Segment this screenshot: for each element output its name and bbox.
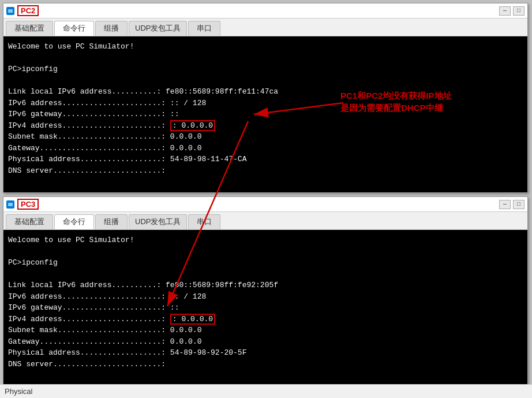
- pc2-line-2: [8, 53, 523, 64]
- physical-tab-label[interactable]: Physical: [5, 387, 32, 396]
- pc3-title-left: PC3: [6, 199, 39, 210]
- annotation-line2: 是因为需要配置DHCP中继: [340, 102, 452, 114]
- pc2-titlebar: PC2 — □: [3, 3, 527, 18]
- pc2-line-10: Gateway...........................: 0.0.…: [8, 143, 523, 154]
- pc2-icon: [6, 7, 14, 15]
- pc3-line-3: PC>ipconfig: [8, 257, 523, 269]
- pc3-line-6: IPv6 address......................: :: /…: [8, 291, 523, 303]
- pc3-line-7: IPv6 gateway......................: ::: [8, 302, 523, 314]
- pc3-line-11: Physical address..................: 54-8…: [8, 347, 523, 359]
- pc2-line-4: [8, 75, 523, 87]
- pc2-line-9: Subnet mask.......................: 0.0.…: [8, 131, 523, 143]
- pc3-tab-basic[interactable]: 基础配置: [6, 214, 53, 229]
- pc2-tab-multicast[interactable]: 组播: [95, 21, 128, 36]
- pc3-tab-cmd[interactable]: 命令行: [54, 214, 94, 229]
- pc3-icon: [6, 200, 14, 209]
- pc3-minimize-button[interactable]: —: [499, 200, 511, 209]
- pc3-ipv4-highlight: : 0.0.0.0: [170, 314, 215, 325]
- pc2-line-11: Physical address..................: 54-8…: [8, 154, 523, 165]
- annotation-line1: PC1和PC2均没有获得IP地址: [340, 90, 452, 102]
- pc2-maximize-button[interactable]: □: [513, 6, 524, 16]
- pc2-line-8: IPv4 address......................: : 0.…: [8, 120, 523, 132]
- pc2-tab-udp[interactable]: UDP发包工具: [129, 21, 187, 36]
- pc2-title: PC2: [17, 5, 39, 16]
- pc3-titlebar: PC3 — □: [3, 197, 527, 212]
- pc3-line-12: DNS server........................:: [8, 359, 523, 370]
- pc2-title-left: PC2: [6, 5, 39, 16]
- pc2-tab-serial[interactable]: 串口: [188, 21, 220, 36]
- pc3-line-5: Link local IPv6 address..........: fe80:…: [8, 280, 523, 291]
- pc3-tab-udp[interactable]: UDP发包工具: [129, 214, 187, 229]
- pc2-line-1: Welcome to use PC Simulator!: [8, 41, 523, 53]
- pc3-line-9: Subnet mask.......................: 0.0.…: [8, 325, 523, 336]
- pc3-tab-serial[interactable]: 串口: [188, 214, 220, 229]
- pc2-tab-cmd[interactable]: 命令行: [54, 21, 94, 36]
- pc3-line-2: [8, 246, 523, 258]
- pc3-maximize-button[interactable]: □: [513, 200, 524, 209]
- pc2-controls[interactable]: — □: [499, 6, 524, 16]
- pc2-ipv4-highlight: : 0.0.0.0: [170, 120, 215, 131]
- annotation-box: PC1和PC2均没有获得IP地址 是因为需要配置DHCP中继: [340, 90, 452, 114]
- pc2-minimize-button[interactable]: —: [499, 6, 511, 16]
- pc2-line-3: PC>ipconfig: [8, 64, 523, 75]
- pc3-controls[interactable]: — □: [499, 200, 524, 209]
- pc3-line-4: [8, 269, 523, 280]
- pc3-terminal[interactable]: Welcome to use PC Simulator! PC>ipconfig…: [3, 230, 527, 386]
- pc2-line-12: DNS server........................:: [8, 165, 523, 177]
- pc2-terminal[interactable]: Welcome to use PC Simulator! PC>ipconfig…: [3, 36, 527, 192]
- pc3-title: PC3: [17, 199, 39, 210]
- pc3-line-8: IPv4 address......................: : 0.…: [8, 314, 523, 325]
- pc3-window: PC3 — □ 基础配置 命令行 组播 UDP发包工具 串口 Welcome t…: [3, 196, 528, 386]
- pc2-tab-basic[interactable]: 基础配置: [6, 21, 53, 36]
- pc3-line-1: Welcome to use PC Simulator!: [8, 235, 523, 246]
- bottom-bar: Physical: [0, 384, 532, 398]
- pc3-tab-bar: 基础配置 命令行 组播 UDP发包工具 串口: [3, 212, 527, 230]
- pc2-tab-bar: 基础配置 命令行 组播 UDP发包工具 串口: [3, 18, 527, 36]
- pc3-tab-multicast[interactable]: 组播: [95, 214, 128, 229]
- pc3-line-10: Gateway...........................: 0.0.…: [8, 336, 523, 348]
